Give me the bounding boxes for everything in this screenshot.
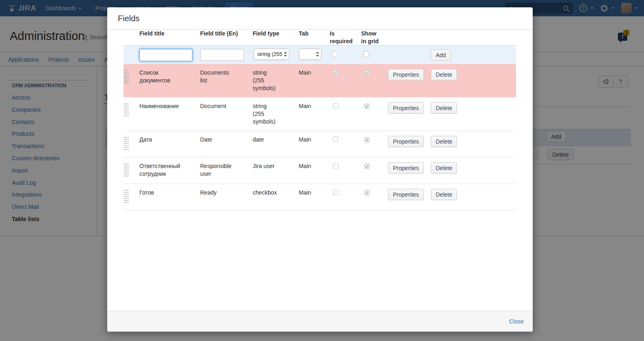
- tab-cell: Main: [299, 162, 330, 170]
- show-in-grid-checkbox[interactable]: [364, 190, 370, 195]
- delete-button[interactable]: Delete: [431, 162, 457, 174]
- drag-handle-icon[interactable]: [124, 189, 129, 203]
- new-field-title-input[interactable]: [139, 49, 192, 61]
- properties-button[interactable]: Properties: [388, 162, 424, 174]
- drag-handle-icon[interactable]: [124, 69, 129, 83]
- dialog-title: Fields: [118, 14, 139, 23]
- field-type-cell: string (255 symbols): [253, 69, 280, 92]
- field-row: Готов Ready checkbox Main Properties Del…: [124, 184, 516, 210]
- field-title-cell: Ответственный сотрудник: [139, 162, 187, 178]
- drag-handle-icon[interactable]: [124, 163, 129, 177]
- field-title-cell: Список документов: [139, 69, 187, 84]
- properties-button[interactable]: Properties: [388, 102, 424, 114]
- properties-button[interactable]: Properties: [388, 136, 424, 147]
- tab-cell: Main: [299, 102, 330, 110]
- new-field-show-in-grid-checkbox[interactable]: [363, 51, 369, 57]
- close-link[interactable]: Close: [509, 311, 524, 332]
- is-required-checkbox[interactable]: [333, 190, 338, 195]
- fields-table: Field title Field title (En) Field type …: [124, 30, 516, 210]
- delete-button[interactable]: Delete: [431, 189, 457, 200]
- delete-button[interactable]: Delete: [431, 136, 457, 147]
- field-row: Наименование Document string (255 symbol…: [124, 97, 516, 131]
- field-row: Ответственный сотрудник Responsible user…: [124, 157, 516, 184]
- tab-cell: Main: [299, 189, 330, 197]
- column-header-field-type: Field type: [253, 30, 299, 38]
- new-field-row: string (255 Add: [124, 46, 516, 64]
- delete-button[interactable]: Delete: [431, 102, 457, 114]
- show-in-grid-checkbox[interactable]: [364, 137, 370, 142]
- field-title-en-cell: Documents list: [200, 69, 234, 84]
- field-title-en-cell: Date: [200, 136, 234, 144]
- column-header-is-required: Is required: [330, 30, 353, 45]
- new-field-type-select[interactable]: string (255: [254, 49, 289, 60]
- page: JIRA Dashboards Projects Issues CRM Cale…: [0, 0, 644, 341]
- is-required-checkbox[interactable]: [333, 137, 338, 142]
- field-title-en-cell: Responsible user: [200, 162, 234, 178]
- delete-button[interactable]: Delete: [431, 69, 457, 80]
- field-title-cell: Наименование: [139, 102, 187, 110]
- column-header-field-title: Field title: [139, 30, 200, 38]
- new-field-title-en-input[interactable]: [200, 49, 244, 61]
- new-field-is-required-checkbox[interactable]: [332, 51, 337, 57]
- dialog-header: Fields: [107, 7, 533, 30]
- field-title-en-cell: Ready: [200, 189, 234, 197]
- show-in-grid-checkbox[interactable]: [364, 70, 370, 75]
- new-field-tab-select[interactable]: [299, 49, 322, 60]
- drag-handle-icon[interactable]: [124, 136, 129, 150]
- add-field-button[interactable]: Add: [431, 49, 451, 61]
- column-header-tab: Tab: [299, 30, 330, 38]
- drag-handle-icon[interactable]: [124, 103, 129, 117]
- chevron-updown-icon: [316, 52, 319, 57]
- column-header-field-title-en: Field title (En): [200, 30, 253, 38]
- is-required-checkbox[interactable]: [333, 103, 338, 108]
- fields-dialog: Fields Field title Field title (En) Fiel…: [107, 7, 533, 332]
- tab-cell: Main: [299, 69, 330, 77]
- properties-button[interactable]: Properties: [388, 189, 424, 200]
- field-row: Список документов Documents list string …: [124, 64, 516, 97]
- chevron-updown-icon: [284, 52, 287, 57]
- properties-button[interactable]: Properties: [388, 69, 424, 80]
- is-required-checkbox[interactable]: [333, 70, 338, 75]
- is-required-checkbox[interactable]: [333, 163, 338, 168]
- field-title-en-cell: Document: [200, 102, 234, 110]
- column-header-show-in-grid: Show in grid: [361, 30, 381, 45]
- dialog-footer: Close: [107, 311, 533, 332]
- field-type-cell: date: [253, 136, 280, 144]
- field-type-cell: Jira user: [253, 162, 280, 170]
- field-row: Дата Date date Main Properties Delete: [124, 131, 516, 157]
- show-in-grid-checkbox[interactable]: [364, 164, 370, 169]
- field-title-cell: Готов: [139, 189, 187, 197]
- show-in-grid-checkbox[interactable]: [364, 104, 370, 109]
- tab-cell: Main: [299, 136, 330, 144]
- field-title-cell: Дата: [139, 136, 187, 144]
- field-type-cell: checkbox: [253, 189, 280, 197]
- field-type-cell: string (255 symbols): [253, 102, 280, 126]
- table-header-row: Field title Field title (En) Field type …: [124, 30, 516, 46]
